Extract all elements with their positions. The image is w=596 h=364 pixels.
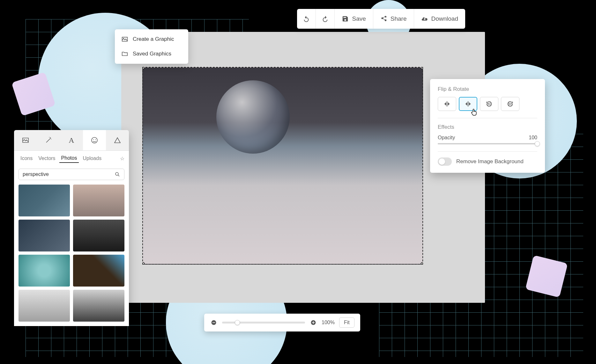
redo-icon [322,15,329,22]
tab-magic[interactable] [37,130,60,150]
photo-thumb[interactable] [19,255,70,287]
resize-handle-bl[interactable] [142,262,145,265]
search-input[interactable] [23,171,115,177]
asset-category-tabs: A [14,130,129,151]
save-label: Save [352,15,366,22]
tab-stickers[interactable] [83,130,106,150]
selected-image[interactable] [142,67,423,265]
zoom-slider[interactable] [222,322,305,324]
folder-icon [121,50,128,57]
tab-text[interactable]: A [60,130,83,150]
flip-vertical-button[interactable] [459,97,477,111]
share-icon [380,15,387,22]
save-icon [342,15,349,22]
effects-title: Effects [438,124,537,130]
subtab-uploads[interactable]: Uploads [81,154,103,163]
zoom-slider-thumb[interactable] [235,320,240,325]
divider [438,151,537,152]
svg-point-2 [93,139,94,140]
flip-rotate-title: Flip & Rotate [438,86,537,92]
rotate-left-degrees: 90 [487,102,491,106]
zoom-in-button[interactable] [309,319,317,326]
plus-circle-icon [310,319,317,326]
photo-thumb[interactable] [73,290,124,322]
opacity-slider[interactable] [438,143,537,144]
fit-button[interactable]: Fit [339,317,354,328]
flip-horizontal-button[interactable] [438,97,456,111]
zoom-out-button[interactable] [210,319,218,326]
wand-icon [45,136,52,144]
search-icon[interactable] [115,171,120,177]
svg-point-0 [123,38,124,39]
photo-grid [14,185,129,326]
image-icon [22,136,29,144]
triangle-icon [114,136,121,144]
download-icon [421,15,428,22]
photo-thumb[interactable] [19,290,70,322]
favorites-star[interactable]: ☆ [120,156,124,162]
image-content-sphere [216,80,290,154]
redo-button[interactable] [316,9,335,29]
asset-subtabs: Icons Vectors Photos Uploads ☆ [14,151,129,166]
rotate-right-degrees: 90 [508,102,512,106]
resize-handle-tr[interactable] [421,67,423,69]
subtab-photos[interactable]: Photos [59,154,79,163]
opacity-value: 100 [529,135,537,141]
top-toolbar: Save Share Download [297,9,465,29]
photo-thumb[interactable] [19,220,70,251]
undo-button[interactable] [297,9,316,29]
flip-horizontal-icon [443,100,451,107]
remove-bg-label: Remove Image Background [456,158,524,165]
opacity-label: Opacity [438,135,455,141]
tab-shapes[interactable] [106,130,129,150]
share-label: Share [391,15,407,22]
menu-create-graphic[interactable]: Create a Graphic [115,32,188,47]
properties-panel: Flip & Rotate 90 90 Effects Opacity 100 … [430,79,545,173]
remove-bg-toggle[interactable] [438,157,452,166]
smiley-icon [91,136,98,144]
tab-images[interactable] [14,130,37,150]
asset-panel: A Icons Vectors Photos Uploads ☆ [14,130,129,326]
share-button[interactable]: Share [373,9,414,29]
svg-point-3 [95,139,96,140]
undo-icon [303,15,310,22]
rotate-right-button[interactable]: 90 [501,97,519,111]
save-button[interactable]: Save [335,9,373,29]
download-label: Download [431,15,458,22]
svg-point-4 [115,172,118,175]
photo-thumb[interactable] [73,255,124,287]
resize-handle-tl[interactable] [142,67,145,69]
svg-rect-9 [313,321,314,324]
photo-thumb[interactable] [73,220,124,251]
search-box [19,169,124,180]
svg-rect-6 [212,322,215,323]
subtab-icons[interactable]: Icons [19,154,34,163]
menu-saved-graphics[interactable]: Saved Graphics [115,47,188,61]
photo-thumb[interactable] [19,185,70,216]
resize-handle-br[interactable] [421,262,423,265]
subtab-vectors[interactable]: Vectors [36,154,57,163]
svg-point-1 [92,137,97,143]
divider [438,118,537,118]
cursor-hand-icon [470,108,479,117]
menu-create-label: Create a Graphic [133,36,174,42]
opacity-slider-fill [438,143,537,144]
download-button[interactable]: Download [414,9,466,29]
zoom-value: 100% [322,320,335,325]
flip-vertical-icon [465,100,472,107]
image-icon [121,36,128,43]
zoom-bar: 100% Fit [204,314,360,331]
rotate-left-button[interactable]: 90 [480,97,498,111]
menu-saved-label: Saved Graphics [133,51,171,57]
graphics-menu: Create a Graphic Saved Graphics [115,29,188,64]
photo-thumb[interactable] [73,185,124,216]
text-icon: A [69,136,74,145]
opacity-slider-thumb[interactable] [535,141,540,146]
minus-circle-icon [211,319,217,326]
